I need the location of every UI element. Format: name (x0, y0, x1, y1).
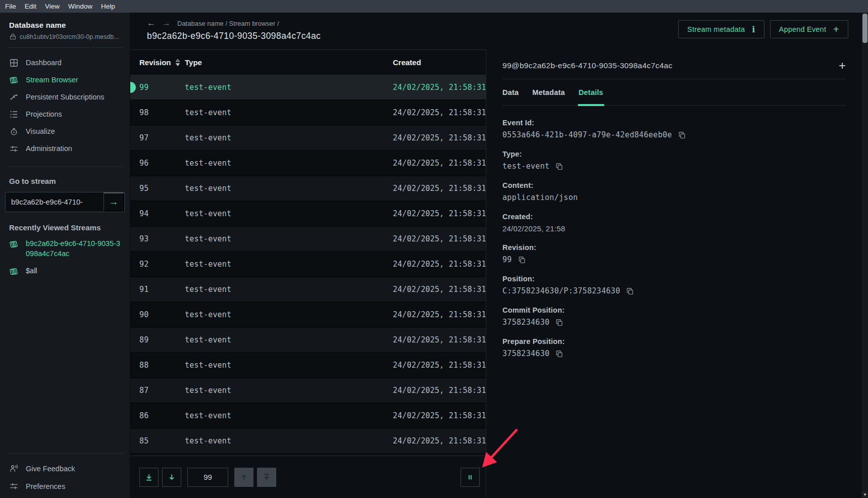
menu-window[interactable]: Window (68, 3, 92, 10)
menu-edit[interactable]: Edit (25, 3, 36, 10)
table-row[interactable]: 99test-event24/02/2025, 21:58:31 (130, 75, 486, 101)
table-row[interactable]: 96test-event24/02/2025, 21:58:31 (130, 151, 486, 176)
field-value: test-event (502, 162, 549, 171)
event-table: Revision Type Created 99test-event24/02/… (130, 49, 486, 498)
table-row[interactable]: 88test-event24/02/2025, 21:58:31 (130, 353, 486, 378)
jump-to-first-button[interactable] (257, 468, 276, 487)
scrollbar-thumb[interactable] (862, 14, 867, 43)
add-icon[interactable]: + (839, 60, 846, 72)
table-row[interactable]: 86test-event24/02/2025, 21:58:31 (130, 404, 486, 429)
field-value: application/json (502, 193, 578, 202)
jump-to-last-button[interactable] (139, 468, 159, 487)
column-header-created: Created (393, 58, 486, 67)
table-row[interactable]: 98test-event24/02/2025, 21:58:31 (130, 101, 486, 126)
column-header-revision[interactable]: Revision (139, 58, 185, 67)
column-header-type: Type (185, 58, 393, 67)
event-detail-panel: 99@b9c2a62b-e9c6-4710-9035-3098a4c7c4ac … (486, 49, 868, 498)
append-event-button[interactable]: Append Event + (770, 20, 848, 38)
plus-icon: + (833, 24, 839, 35)
vertical-scrollbar[interactable]: ▼ (861, 13, 868, 498)
pause-live-updates-button[interactable] (461, 468, 480, 487)
stream-metadata-button[interactable]: Stream metadata i (678, 20, 764, 38)
main-area: ← → Database name / Stream browser / b9c… (130, 13, 868, 498)
field-prepare-position: Prepare Position: 3758234630 (502, 337, 846, 358)
sidebar-item-visualize[interactable]: Visualize (0, 123, 130, 140)
copy-icon[interactable] (555, 162, 564, 171)
copy-icon[interactable] (555, 350, 564, 358)
main-header: ← → Database name / Stream browser / b9c… (130, 13, 868, 49)
goto-stream-heading: Go to stream (0, 167, 130, 185)
forward-arrow-icon[interactable]: → (162, 18, 171, 28)
append-event-label: Append Event (779, 25, 827, 33)
sidebar-item-label: Administration (26, 144, 72, 153)
scrollbar-down-arrow[interactable]: ▼ (861, 491, 868, 498)
tab-details[interactable]: Details (579, 79, 603, 105)
table-row[interactable]: 85test-event24/02/2025, 21:58:31 (130, 429, 486, 454)
sidebar-item-stream-browser[interactable]: Stream Browser (0, 71, 130, 88)
preferences-label: Preferences (26, 482, 65, 490)
recent-stream-label: $all (26, 266, 37, 276)
field-value: 24/02/2025, 21:58 (502, 224, 565, 233)
arrow-right-icon: → (109, 196, 119, 208)
goto-stream-input[interactable] (6, 192, 104, 212)
field-value: 99 (502, 255, 512, 264)
previous-page-button[interactable] (234, 468, 253, 487)
copy-icon[interactable] (518, 256, 526, 264)
sidebar-item-label: Dashboard (26, 59, 62, 67)
visualize-icon (9, 127, 19, 136)
field-value: 3758234630 (502, 349, 549, 358)
give-feedback-label: Give Feedback (26, 465, 75, 473)
sidebar-item-persistent-subscriptions[interactable]: Persistent Subscriptions (0, 88, 130, 106)
sidebar-item-dashboard[interactable]: Dashboard (0, 54, 130, 71)
table-row[interactable]: 90test-event24/02/2025, 21:58:31 (130, 303, 486, 328)
event-detail-title: 99@b9c2a62b-e9c6-4710-9035-3098a4c7c4ac (502, 61, 673, 70)
table-header: Revision Type Created (130, 50, 486, 75)
copy-icon[interactable] (678, 131, 686, 139)
detail-tabs: Data Metadata Details (502, 79, 846, 106)
field-value: 3758234630 (502, 318, 549, 327)
sidebar: Database name cu8h1ubtv1lr03orcm30-0p.me… (0, 13, 130, 498)
sidebar-nav: Dashboard Stream Browser Persistent Subs… (0, 48, 130, 157)
table-row[interactable]: 95test-event24/02/2025, 21:58:31 (130, 176, 486, 202)
info-icon: i (752, 25, 755, 34)
subscriptions-icon (9, 92, 19, 102)
sliders-icon (9, 481, 19, 491)
table-row[interactable]: 87test-event24/02/2025, 21:58:31 (130, 378, 486, 404)
back-arrow-icon[interactable]: ← (147, 18, 156, 28)
table-row[interactable]: 97test-event24/02/2025, 21:58:31 (130, 126, 486, 151)
recent-stream-item[interactable]: b9c2a62b-e9c6-4710-9035-3098a4c7c4ac (9, 239, 121, 259)
field-position: Position: C:3758234630/P:3758234630 (502, 275, 846, 295)
pagination-bar (130, 456, 486, 498)
table-row[interactable]: 94test-event24/02/2025, 21:58:31 (130, 202, 486, 227)
field-content: Content: application/json (502, 181, 846, 202)
tab-metadata[interactable]: Metadata (532, 79, 565, 105)
menu-file[interactable]: File (5, 3, 16, 10)
preferences-button[interactable]: Preferences (0, 477, 130, 495)
recent-streams-list: b9c2a62b-e9c6-4710-9035-3098a4c7c4ac $al… (0, 232, 130, 276)
sort-icon[interactable] (175, 59, 180, 67)
arrow-up-to-line-icon (263, 473, 271, 481)
arrow-down-icon (168, 473, 176, 481)
next-page-button[interactable] (162, 468, 181, 487)
goto-stream-button[interactable]: → (104, 192, 124, 212)
sidebar-footer: Give Feedback Preferences (0, 446, 130, 498)
give-feedback-button[interactable]: Give Feedback (0, 460, 130, 477)
sidebar-item-administration[interactable]: Administration (0, 140, 130, 157)
sliders-icon (9, 144, 19, 154)
recent-stream-item[interactable]: $all (9, 266, 121, 276)
field-revision: Revision: 99 (502, 243, 846, 264)
tab-data[interactable]: Data (502, 79, 519, 105)
revision-number-input[interactable] (187, 468, 228, 487)
copy-icon[interactable] (626, 287, 634, 295)
table-row[interactable]: 92test-event24/02/2025, 21:58:31 (130, 252, 486, 277)
table-row[interactable]: 93test-event24/02/2025, 21:58:31 (130, 227, 486, 252)
copy-icon[interactable] (555, 318, 564, 327)
menu-view[interactable]: View (45, 3, 60, 10)
sidebar-item-projections[interactable]: Projections (0, 106, 130, 123)
table-row[interactable]: 91test-event24/02/2025, 21:58:31 (130, 277, 486, 303)
table-row[interactable]: 89test-event24/02/2025, 21:58:31 (130, 328, 486, 353)
stream-icon (9, 75, 19, 85)
menu-help[interactable]: Help (101, 3, 115, 10)
detail-fields: Event Id: 0553a646-421b-4097-a79e-42ed84… (502, 106, 846, 358)
pause-icon (466, 473, 474, 481)
